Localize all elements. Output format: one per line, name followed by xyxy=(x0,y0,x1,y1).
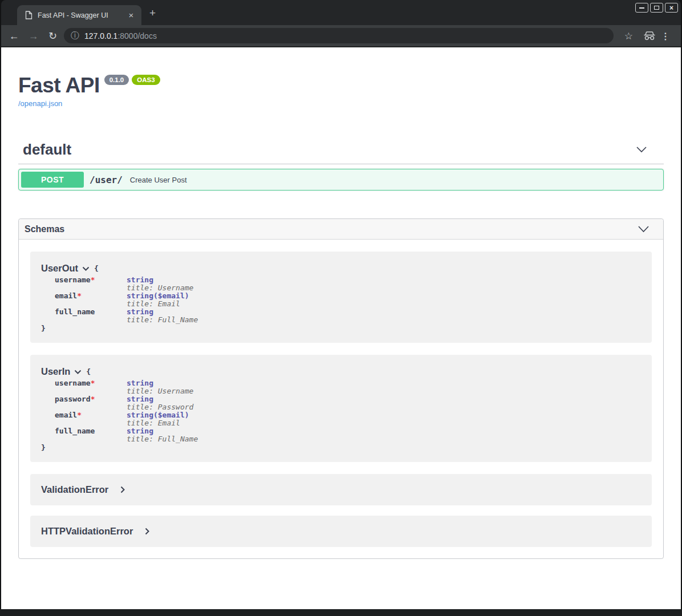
prop-name: username xyxy=(55,379,91,387)
post-user-opblock[interactable]: POST /user/ Create User Post xyxy=(18,169,664,191)
minimize-icon xyxy=(639,7,644,9)
tab-close-icon[interactable]: × xyxy=(127,11,136,19)
brace-open: { xyxy=(86,367,91,376)
prop-title: title: Email xyxy=(127,419,180,427)
back-icon[interactable]: ← xyxy=(8,30,20,42)
browser-menu-icon[interactable]: ⋮ xyxy=(661,25,670,47)
model-userin: UserIn { username* stringtitle: Username… xyxy=(30,355,652,462)
prop-type: string xyxy=(127,379,153,387)
close-icon: × xyxy=(669,5,673,11)
openapi-json-link[interactable]: /openapi.json xyxy=(18,99,664,108)
schemas-header[interactable]: Schemas xyxy=(19,219,663,240)
prop-title: title: Email xyxy=(127,299,180,308)
reload-icon[interactable]: ↻ xyxy=(47,30,59,42)
model-userin-name[interactable]: UserIn xyxy=(41,366,70,377)
api-title: Fast API xyxy=(18,74,100,97)
opblock-summary: Create User Post xyxy=(130,176,187,184)
model-validationerror-name: ValidationError xyxy=(41,484,108,495)
model-userout-name[interactable]: UserOut xyxy=(41,263,78,274)
required-star: * xyxy=(91,379,95,387)
property-row: email* string($email)title: Email xyxy=(41,292,640,308)
site-info-icon[interactable]: ⓘ xyxy=(71,30,79,41)
chevron-down-icon[interactable] xyxy=(82,266,90,271)
url-path: :8000/docs xyxy=(117,31,157,40)
model-validationerror[interactable]: ValidationError xyxy=(30,474,652,505)
browser-titlebar: Fast API - Swagger UI × + × xyxy=(1,0,681,25)
default-tag-section: default POST /user/ Create User Post xyxy=(18,140,664,191)
prop-name: full_name xyxy=(55,307,95,316)
prop-title: title: Username xyxy=(127,283,193,292)
brace-close: } xyxy=(41,444,640,452)
property-row: password* stringtitle: Password xyxy=(41,395,640,411)
chevron-down-icon[interactable] xyxy=(74,370,82,374)
property-row: username* stringtitle: Username xyxy=(41,276,640,292)
url-host: 127.0.0.1 xyxy=(84,31,117,40)
schemas-section: Schemas UserOut { xyxy=(18,218,664,559)
swagger-page: Fast API0.1.0OAS3 /openapi.json default … xyxy=(1,47,681,609)
chevron-right-icon[interactable] xyxy=(120,486,125,493)
opblock-path: /user/ xyxy=(90,175,123,185)
forward-icon[interactable]: → xyxy=(27,30,39,42)
window-bottom-frame xyxy=(0,609,682,616)
address-bar[interactable]: ⓘ 127.0.0.1:8000/docs xyxy=(64,28,614,43)
model-httpvalidationerror[interactable]: HTTPValidationError xyxy=(30,516,652,547)
prop-type: string($email) xyxy=(127,291,189,300)
prop-title: title: Password xyxy=(127,403,193,411)
prop-type: string xyxy=(127,307,153,316)
prop-type: string xyxy=(127,395,153,403)
model-userout: UserOut { username* stringtitle: Usernam… xyxy=(30,252,652,343)
browser-toolbar: ← → ↻ ⓘ 127.0.0.1:8000/docs ☆ ⋮ xyxy=(1,25,681,47)
prop-title: title: Full_Name xyxy=(127,435,198,443)
default-tag-title: default xyxy=(23,141,71,159)
prop-name: email xyxy=(55,411,77,419)
window-close-button[interactable]: × xyxy=(665,3,678,13)
default-tag-header[interactable]: default xyxy=(18,140,664,159)
bookmark-star-icon[interactable]: ☆ xyxy=(624,25,633,47)
brace-open: { xyxy=(94,264,99,273)
schemas-body: UserOut { username* stringtitle: Usernam… xyxy=(19,240,663,558)
required-star: * xyxy=(77,411,82,419)
chevron-right-icon[interactable] xyxy=(145,528,149,535)
chevron-down-icon[interactable] xyxy=(636,146,647,153)
prop-title: title: Username xyxy=(127,387,193,395)
prop-name: password xyxy=(55,395,91,403)
required-star: * xyxy=(91,275,95,284)
url-text: 127.0.0.1:8000/docs xyxy=(84,31,157,40)
browser-tab[interactable]: Fast API - Swagger UI × xyxy=(17,5,141,25)
property-row: full_name stringtitle: Full_Name xyxy=(41,427,640,443)
prop-title: title: Full_Name xyxy=(127,315,198,324)
new-tab-icon[interactable]: + xyxy=(149,7,156,18)
prop-type: string xyxy=(127,275,153,284)
schemas-title: Schemas xyxy=(25,224,64,234)
prop-name: email xyxy=(55,291,77,300)
window-controls: × xyxy=(635,3,678,13)
prop-name: full_name xyxy=(55,427,95,435)
prop-type: string($email) xyxy=(127,411,189,419)
api-info: Fast API0.1.0OAS3 /openapi.json xyxy=(18,74,664,108)
post-method-badge: POST xyxy=(21,172,84,188)
version-badge: 0.1.0 xyxy=(104,75,129,85)
oas3-badge: OAS3 xyxy=(132,75,160,85)
required-star: * xyxy=(77,291,82,300)
brace-close: } xyxy=(41,325,640,333)
incognito-icon xyxy=(643,25,656,47)
property-row: username* stringtitle: Username xyxy=(41,379,640,395)
chevron-down-icon[interactable] xyxy=(638,225,649,233)
tag-divider xyxy=(18,164,664,164)
property-row: email* string($email)title: Email xyxy=(41,411,640,427)
window-maximize-button[interactable] xyxy=(650,3,663,13)
tab-title: Fast API - Swagger UI xyxy=(38,11,127,19)
document-icon xyxy=(25,11,33,19)
prop-type: string xyxy=(127,427,153,435)
model-httpvalidationerror-name: HTTPValidationError xyxy=(41,526,133,537)
window-minimize-button[interactable] xyxy=(635,3,648,13)
prop-name: username xyxy=(55,275,91,284)
property-row: full_name stringtitle: Full_Name xyxy=(41,308,640,324)
required-star: * xyxy=(91,395,95,403)
maximize-icon xyxy=(654,6,659,10)
